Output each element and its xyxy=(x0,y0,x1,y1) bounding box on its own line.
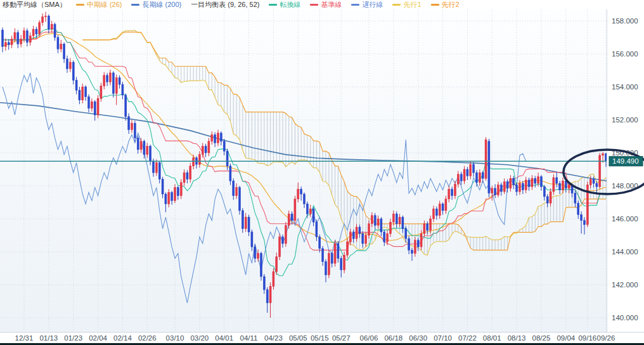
svg-text:06/18: 06/18 xyxy=(384,334,402,342)
legend-dash-chikou-icon xyxy=(351,4,359,6)
plot-background xyxy=(0,10,607,332)
chart-window: 移動平均線（SMA）中期線 (26)長期線 (200)一目均衡表 (9, 26,… xyxy=(0,0,644,345)
svg-text:154.000: 154.000 xyxy=(612,83,638,91)
legend-dash-long-sma-icon xyxy=(131,4,139,6)
svg-text:04/23: 04/23 xyxy=(264,334,283,342)
svg-text:07/10: 07/10 xyxy=(434,334,452,342)
legend-item-senkou1[interactable]: 先行1 xyxy=(392,0,421,10)
svg-text:03/10: 03/10 xyxy=(166,334,184,342)
svg-text:12/31: 12/31 xyxy=(15,334,34,342)
legend-text: 先行2 xyxy=(442,0,460,10)
svg-text:05/27: 05/27 xyxy=(332,334,351,342)
legend-item-senkou2[interactable]: 先行2 xyxy=(431,0,460,10)
legend-text: 移動平均線（SMA） xyxy=(3,0,67,10)
svg-text:02/04: 02/04 xyxy=(89,334,107,342)
svg-text:05/15: 05/15 xyxy=(311,334,329,342)
legend-text: 先行1 xyxy=(403,0,421,10)
legend-text: 長期線 (200) xyxy=(142,0,181,10)
svg-text:06/30: 06/30 xyxy=(409,334,427,342)
svg-text:09/26: 09/26 xyxy=(597,334,615,342)
svg-text:152.000: 152.000 xyxy=(612,116,638,124)
svg-text:01/13: 01/13 xyxy=(39,334,58,342)
svg-text:07/22: 07/22 xyxy=(458,334,477,342)
legend-text: 遅行線 xyxy=(362,0,383,10)
legend-item-tenkan[interactable]: 転換線 xyxy=(269,0,300,10)
svg-text:02/26: 02/26 xyxy=(138,334,157,342)
legend-text: 中期線 (26) xyxy=(87,0,122,10)
legend-text: 基準線 xyxy=(321,0,342,10)
legend-dash-senkou1-icon xyxy=(392,4,401,6)
svg-text:09/04: 09/04 xyxy=(557,334,575,342)
svg-text:05/05: 05/05 xyxy=(289,334,307,342)
svg-text:04/11: 04/11 xyxy=(240,334,258,342)
svg-text:08/13: 08/13 xyxy=(508,334,526,342)
x-axis-labels: 12/3101/1301/2302/0402/1402/2603/1003/20… xyxy=(15,334,615,342)
svg-text:06/06: 06/06 xyxy=(360,334,378,342)
current-price-label: 149.490 xyxy=(609,157,643,166)
svg-text:09/16: 09/16 xyxy=(578,334,596,342)
legend-text: 転換線 xyxy=(280,0,300,10)
svg-text:03/20: 03/20 xyxy=(190,334,209,342)
svg-text:142.000: 142.000 xyxy=(612,281,638,289)
legend-dash-senkou2-icon xyxy=(431,4,439,6)
indicator-legend: 移動平均線（SMA）中期線 (26)長期線 (200)一目均衡表 (9, 26,… xyxy=(0,0,644,10)
svg-text:140.000: 140.000 xyxy=(612,314,638,322)
legend-dash-kijun-icon xyxy=(310,4,318,6)
ichimoku-title-label: 一目均衡表 (9, 26, 52) xyxy=(191,0,259,10)
sma-title-label: 移動平均線（SMA） xyxy=(3,0,67,10)
legend-item-kijun[interactable]: 基準線 xyxy=(310,0,342,10)
svg-text:156.000: 156.000 xyxy=(612,50,638,58)
legend-item-long-sma[interactable]: 長期線 (200) xyxy=(131,0,181,10)
svg-text:08/25: 08/25 xyxy=(532,334,551,342)
legend-item-chikou[interactable]: 遅行線 xyxy=(351,0,383,10)
svg-text:08/01: 08/01 xyxy=(483,334,501,342)
legend-dash-tenkan-icon xyxy=(269,4,277,6)
legend-text: 一目均衡表 (9, 26, 52) xyxy=(191,0,259,10)
svg-text:01/23: 01/23 xyxy=(64,334,82,342)
chart-canvas[interactable]: 158.000156.000154.000152.000150.000148.0… xyxy=(0,0,644,345)
svg-text:144.000: 144.000 xyxy=(612,248,638,256)
legend-dash-mid-sma-icon xyxy=(76,4,84,6)
svg-text:146.000: 146.000 xyxy=(612,215,638,223)
svg-text:02/14: 02/14 xyxy=(113,334,132,342)
svg-text:04/01: 04/01 xyxy=(215,334,233,342)
svg-text:158.000: 158.000 xyxy=(612,17,638,25)
svg-text:149.490: 149.490 xyxy=(612,157,639,165)
legend-item-mid-sma[interactable]: 中期線 (26) xyxy=(76,0,122,10)
